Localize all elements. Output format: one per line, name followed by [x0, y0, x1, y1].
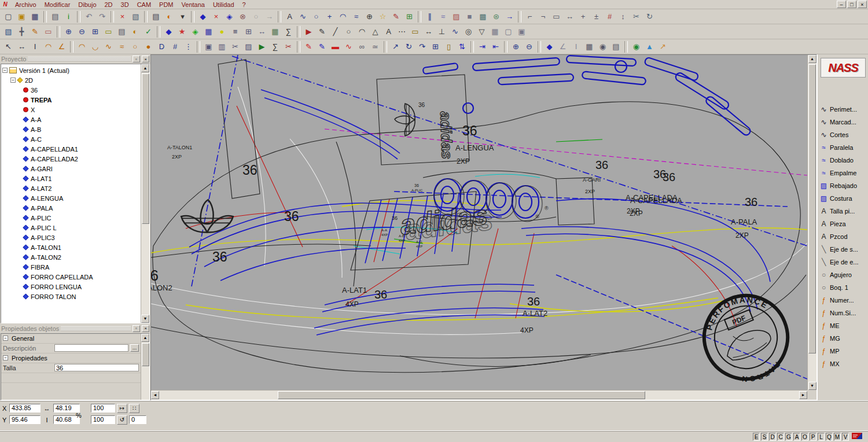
grid-box-icon[interactable]: ⊞: [429, 40, 442, 53]
x-coordinate-field[interactable]: 433.85: [9, 404, 41, 412]
prev-size-icon[interactable]: ⇤: [489, 40, 502, 53]
mode-key-l[interactable]: L: [818, 433, 825, 441]
tree-item-forro-lengua[interactable]: FORRO LENGUA: [1, 282, 141, 292]
gear-icon[interactable]: ⊛: [490, 10, 503, 23]
section-propiedades[interactable]: − Propiedades: [1, 353, 141, 363]
scroll-up-icon[interactable]: ▲: [808, 55, 816, 63]
tool-mg[interactable]: ƒMG: [819, 332, 867, 345]
scroll-thumb[interactable]: [142, 343, 149, 366]
line-icon[interactable]: ╱: [329, 25, 342, 38]
stretch-icon[interactable]: ↔: [15, 40, 28, 53]
tree-item-a-plic-l[interactable]: A-PLIC L: [1, 223, 141, 233]
pen-icon[interactable]: ✎: [28, 25, 42, 38]
tool-mp[interactable]: ƒMP: [819, 345, 867, 358]
table2-icon[interactable]: ▦: [583, 40, 596, 53]
ruler-icon[interactable]: ▭: [409, 25, 422, 38]
triangle-icon[interactable]: ▽: [475, 25, 488, 38]
wave2-icon[interactable]: ∿: [448, 25, 462, 38]
circle-tool-icon[interactable]: ○: [310, 10, 323, 23]
tree-group-2d[interactable]: −2D: [1, 75, 141, 85]
project-close-button[interactable]: ×: [142, 56, 149, 62]
menu-utilidad[interactable]: Utilidad: [209, 1, 238, 9]
zoom-in2-icon[interactable]: ⊕: [509, 40, 523, 53]
frame2-icon[interactable]: ▣: [515, 25, 528, 38]
text-tool-icon[interactable]: A: [283, 10, 296, 23]
minimize-button[interactable]: –: [837, 1, 846, 8]
tool-mx[interactable]: ƒMX: [819, 358, 867, 370]
pen-blue-icon[interactable]: ✎: [315, 40, 329, 53]
angle-field[interactable]: 0: [129, 415, 146, 424]
center-icon[interactable]: ±: [590, 10, 603, 23]
curve2-icon[interactable]: ◡: [89, 40, 102, 53]
tool-costura[interactable]: ▨Costura: [819, 192, 867, 205]
tree-item-a-talon2[interactable]: A-TALON2: [1, 252, 141, 262]
properties-pin-button[interactable]: ▫: [133, 325, 140, 332]
width-icon[interactable]: ↔: [255, 25, 269, 38]
tree-expander-icon[interactable]: −: [10, 78, 16, 83]
tool-pzcod[interactable]: APzcod: [819, 230, 867, 243]
dim-height-icon[interactable]: ↕: [616, 10, 630, 23]
arrow-ne-icon[interactable]: ↗: [389, 40, 402, 53]
scroll-down-icon[interactable]: ▼: [808, 382, 816, 390]
descripcion-field[interactable]: [54, 344, 128, 352]
tree-item-a-c[interactable]: A-C: [1, 134, 141, 144]
x-delta-field[interactable]: 48.19: [53, 404, 80, 412]
scroll-up-icon[interactable]: ▲: [141, 64, 149, 72]
exclude-piece-icon[interactable]: ⊗: [236, 10, 249, 23]
project-pin-button[interactable]: ▫: [133, 56, 140, 62]
points-icon[interactable]: ⋯: [395, 25, 409, 38]
run-icon[interactable]: ▶: [255, 40, 269, 53]
grid-sum-icon[interactable]: ⊞: [403, 10, 416, 23]
info-icon[interactable]: i: [62, 10, 75, 23]
apply-scale-icon[interactable]: ↦: [117, 404, 127, 413]
zoom-out-icon[interactable]: ⊖: [75, 25, 89, 38]
paste-icon[interactable]: ▥: [215, 40, 229, 53]
star-tool-icon[interactable]: ☆: [376, 10, 389, 23]
parallel-tool-icon[interactable]: ∥: [423, 10, 436, 23]
list-icon[interactable]: ≡: [229, 25, 242, 38]
mode-key-a[interactable]: A: [793, 433, 800, 441]
scroll-thumb[interactable]: [808, 64, 816, 353]
menu-cam[interactable]: CAM: [133, 1, 155, 9]
label-icon[interactable]: A: [382, 25, 395, 38]
sum2-icon[interactable]: ∑: [269, 40, 282, 53]
cad-drawing[interactable]: ® adidas adidas adidas ® PERFOMANCE: [151, 55, 807, 390]
properties-close-button[interactable]: ×: [142, 325, 149, 332]
disc-icon[interactable]: ●: [142, 40, 155, 53]
corner-tl-icon[interactable]: ⌐: [523, 10, 536, 23]
mode-key-o[interactable]: O: [801, 433, 808, 441]
scroll-down-icon[interactable]: ▼: [141, 315, 149, 323]
column-icon[interactable]: Ι: [569, 40, 583, 53]
properties-scrollbar[interactable]: ▲: [141, 334, 149, 400]
camera-icon[interactable]: ◉: [596, 40, 609, 53]
pan-right-icon[interactable]: →: [263, 10, 276, 23]
canvas-vertical-scrollbar[interactable]: ▲ ▼: [807, 55, 816, 390]
drawing-canvas-area[interactable]: ® adidas adidas adidas ® PERFOMANCE: [150, 54, 817, 400]
snap-icon[interactable]: ⊕: [363, 10, 376, 23]
mode-key-c[interactable]: C: [777, 433, 784, 441]
dshape-icon[interactable]: D: [155, 40, 168, 53]
rotate-icon[interactable]: ↻: [643, 10, 656, 23]
close-button[interactable]: ×: [858, 1, 867, 8]
copy-icon[interactable]: ▣: [202, 40, 215, 53]
hash-icon[interactable]: #: [603, 10, 616, 23]
zoom-y-field[interactable]: 100: [91, 415, 115, 424]
palette-icon[interactable]: ◐: [163, 10, 176, 23]
collapse-icon[interactable]: −: [3, 336, 8, 341]
pointer-icon[interactable]: ▶: [302, 25, 315, 38]
ibeam-icon[interactable]: Ι: [28, 40, 42, 53]
wave-red-icon[interactable]: ∿: [342, 40, 355, 53]
piece2-icon[interactable]: ◆: [543, 40, 556, 53]
ghost-piece-icon[interactable]: ○: [249, 10, 263, 23]
tool-empalme[interactable]: ≈Empalme: [819, 167, 867, 179]
grid-blue-icon[interactable]: ▦: [202, 25, 215, 38]
section-general[interactable]: − General: [1, 334, 141, 344]
tree-item-trepa[interactable]: TREPA: [1, 95, 141, 105]
menu-dibujo[interactable]: Dibujo: [74, 1, 100, 9]
menu-3d[interactable]: 3D: [117, 1, 133, 9]
canvas-horizontal-scrollbar[interactable]: ◄ ►: [151, 390, 807, 400]
delete-icon[interactable]: ×: [116, 10, 129, 23]
tree-item-a-plic3[interactable]: A-PLIC3: [1, 233, 141, 242]
export-icon[interactable]: ↗: [656, 40, 670, 53]
target-icon[interactable]: ◎: [462, 25, 475, 38]
